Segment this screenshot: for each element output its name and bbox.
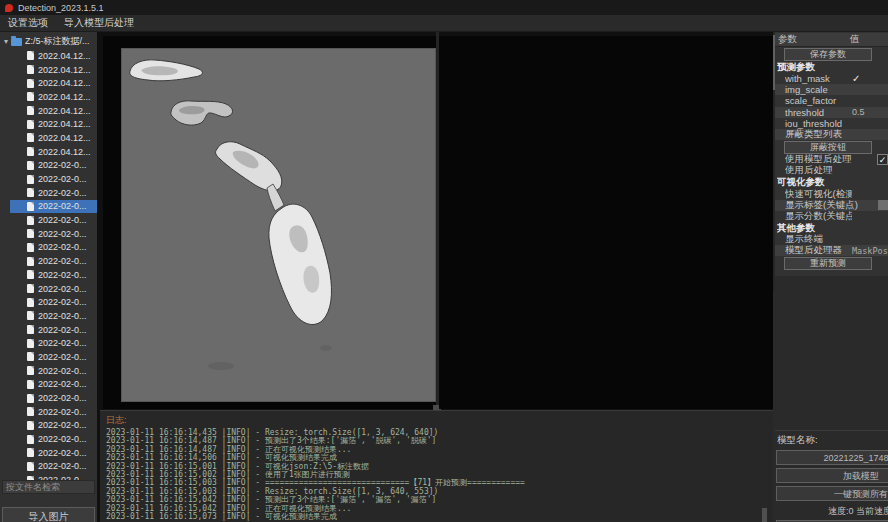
- title-bar: Detection_2023.1.5.1: [0, 0, 888, 15]
- param-label: img_scale: [785, 84, 852, 95]
- tree-item[interactable]: 2022-02-0...: [10, 460, 97, 474]
- tree-item[interactable]: 2022-02-0...: [10, 364, 97, 378]
- tree-item[interactable]: 2022-02-0...: [10, 309, 97, 323]
- tree-item[interactable]: 2022-02-0...: [10, 268, 97, 282]
- param-value: [878, 200, 888, 210]
- file-icon: [27, 339, 34, 348]
- param-label: 预测参数: [777, 61, 852, 74]
- viewer-area: 漏箔 | 0.99 漏箔 | 0.89 漏箔 | 0.97 日志:: [97, 32, 773, 522]
- tree-item[interactable]: 2022-02-0...: [10, 432, 97, 446]
- param-row[interactable]: 屏蔽按钮: [775, 140, 888, 154]
- file-icon: [27, 298, 34, 307]
- tree-item[interactable]: 2022-02-0...: [10, 405, 97, 419]
- tree-item-label: 2022-02-0...: [38, 215, 87, 225]
- folder-icon: [11, 38, 22, 46]
- tree-item-label: 2022-02-0...: [38, 366, 87, 376]
- tree-item-label: 2022-02-0...: [38, 352, 87, 362]
- log-scrollbar-thumb[interactable]: [762, 508, 767, 522]
- param-row[interactable]: 屏蔽类型列表: [775, 129, 888, 140]
- param-value: 0.5: [852, 107, 888, 117]
- tree-item[interactable]: 2022-02-0...: [10, 419, 97, 433]
- parameters-panel: 参数 值 保存参数 预测参数 with_mask: [773, 32, 888, 522]
- tree-item[interactable]: 2022.04.12...: [10, 131, 97, 145]
- menu-item-import-postprocess[interactable]: 导入模型后处理: [64, 16, 134, 30]
- file-icon: [27, 257, 34, 266]
- tree-root-folder[interactable]: ▾ Z:/5-标注数据/...: [0, 34, 97, 49]
- tree-item[interactable]: 2022-02-0...: [10, 391, 97, 405]
- param-row[interactable]: 使用后处理: [775, 165, 888, 176]
- raw-image[interactable]: [121, 48, 436, 402]
- tree-item[interactable]: 2022-02-0...: [10, 213, 97, 227]
- tree-item[interactable]: 2022-02-0...: [10, 186, 97, 200]
- file-icon: [27, 79, 34, 88]
- tree-item[interactable]: 2022-02-0...: [10, 159, 97, 173]
- app-logo-icon: [5, 4, 13, 12]
- file-icon: [27, 161, 34, 170]
- tree-item-label: 2022-02-0...: [38, 201, 87, 211]
- file-icon: [27, 270, 34, 279]
- tree-item[interactable]: 2022.04.12...: [10, 117, 97, 131]
- tree-item[interactable]: 2022-02-0...: [10, 350, 97, 364]
- tree-item[interactable]: 2022-02-0...: [10, 378, 97, 392]
- log-lines: 2023-01-11 16:16:14,435 |INFO| - Resize:…: [106, 429, 773, 521]
- param-row[interactable]: scale_factor: [775, 95, 888, 106]
- tree-item[interactable]: 2022.04.12...: [10, 49, 97, 63]
- param-row[interactable]: with_mask ✓: [775, 73, 888, 84]
- menu-item-settings[interactable]: 设置选项: [8, 16, 48, 30]
- param-row[interactable]: img_scale: [775, 84, 888, 95]
- tree-item[interactable]: 2022.04.12...: [10, 90, 97, 104]
- tree-item[interactable]: 2022-02-0...: [10, 172, 97, 186]
- load-model-button[interactable]: 加载模型: [776, 468, 888, 483]
- file-icon: [27, 407, 34, 416]
- predict-all-button[interactable]: 一键预测所有: [776, 486, 888, 501]
- raw-image-panel[interactable]: [103, 36, 436, 409]
- tree-item[interactable]: 2022-02-0...: [10, 254, 97, 268]
- param-value: MaskPostPro: [852, 246, 888, 256]
- tree-item[interactable]: 2022-02-0...: [10, 336, 97, 350]
- file-icon: [27, 435, 34, 444]
- tree-item[interactable]: 2022.04.12...: [10, 104, 97, 118]
- file-icon: [27, 448, 34, 457]
- tree-item[interactable]: 2022-02-0...: [10, 227, 97, 241]
- param-row[interactable]: 预测参数: [775, 61, 888, 73]
- param-row[interactable]: 保存参数: [775, 47, 888, 61]
- tree-item-label: 2022.04.12...: [38, 78, 91, 88]
- param-row[interactable]: threshold 0.5: [775, 107, 888, 118]
- file-icon: [27, 188, 34, 197]
- file-icon: [27, 394, 34, 403]
- tree-item[interactable]: 2022-02-0...: [10, 323, 97, 337]
- tree-item[interactable]: 2022.04.12...: [10, 76, 97, 90]
- file-icon: [27, 311, 34, 320]
- param-row[interactable]: 重新预测: [775, 256, 888, 270]
- param-row[interactable]: 显示分数(关键点): [775, 211, 888, 222]
- tree-item[interactable]: 2022-02-0...: [10, 282, 97, 296]
- tree-item[interactable]: 2022-02-0...: [10, 241, 97, 255]
- tree-item[interactable]: 2022-02-0...: [10, 446, 97, 460]
- tree-item[interactable]: 2022-02-0...: [10, 295, 97, 309]
- chevron-down-icon[interactable]: ▾: [4, 38, 8, 46]
- log-line: 2023-01-11 16:16:15,073 |INFO| - 可视化预测结果…: [106, 513, 773, 521]
- tree-item[interactable]: 2022-02-0...: [10, 200, 97, 214]
- tree-item-label: 2022-02-0...: [38, 256, 87, 266]
- prediction-image-panel[interactable]: 漏箔 | 0.99 漏箔 | 0.89 漏箔 | 0.97: [439, 36, 773, 409]
- import-image-button[interactable]: 导入图片: [2, 507, 95, 522]
- search-input[interactable]: [2, 480, 95, 494]
- file-tree[interactable]: ▾ Z:/5-标注数据/... 2022.04.12... 2022.04.12…: [0, 34, 97, 488]
- tree-item[interactable]: 2022.04.12...: [10, 63, 97, 77]
- parameters-table: 参数 值 保存参数 预测参数 with_mask: [775, 33, 888, 270]
- tree-item-label: 2022-02-0...: [38, 434, 87, 444]
- param-label: 屏蔽按钮: [784, 141, 872, 154]
- raw-image-graphic: [121, 48, 436, 402]
- file-icon: [27, 175, 34, 184]
- tree-item-label: 2022-02-0...: [38, 338, 87, 348]
- model-name-button[interactable]: 20221225_174813: [776, 450, 888, 465]
- file-icon: [27, 352, 34, 361]
- log-area[interactable]: 日志: 2023-01-11 16:16:14,435 |INFO| - Res…: [100, 410, 773, 522]
- param-row[interactable]: 模型后处理器 MaskPostPro: [775, 245, 888, 256]
- tree-root-label: Z:/5-标注数据/...: [25, 35, 90, 48]
- tree-item-label: 2022-02-0...: [38, 284, 87, 294]
- params-header-param: 参数: [775, 33, 850, 46]
- tree-item[interactable]: 2022.04.12...: [10, 145, 97, 159]
- model-section: 模型名称: 20221225_174813 加载模型 一键预测所有 速度:0 当…: [775, 430, 888, 522]
- tree-item-label: 2022.04.12...: [38, 65, 91, 75]
